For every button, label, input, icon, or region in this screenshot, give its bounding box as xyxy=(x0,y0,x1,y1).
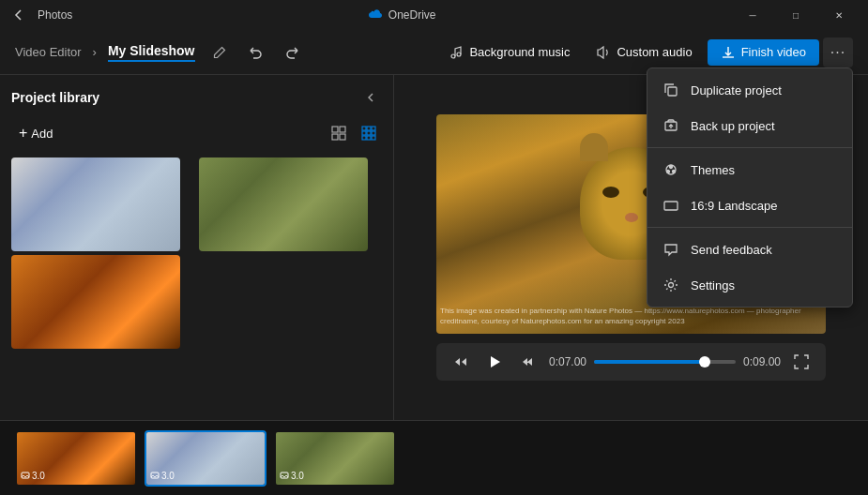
skip-forward-button[interactable] xyxy=(515,349,541,375)
music-icon xyxy=(449,45,464,60)
media-item-cubs[interactable] xyxy=(199,158,368,251)
svg-point-0 xyxy=(451,54,455,58)
current-time: 0:07.00 xyxy=(549,355,586,368)
timeline-label-1: 3.0 xyxy=(150,471,175,481)
progress-thumb xyxy=(699,356,710,368)
play-icon xyxy=(485,352,504,371)
maximize-button[interactable]: □ xyxy=(774,0,817,30)
svg-rect-10 xyxy=(367,131,371,135)
svg-rect-14 xyxy=(372,136,375,140)
timeline-item-2[interactable]: 3.0 xyxy=(274,430,396,487)
play-button[interactable] xyxy=(481,349,508,375)
menu-label-landscape: 16:9 Landscape xyxy=(691,199,778,213)
more-icon: ··· xyxy=(830,44,845,61)
timeline-item-1[interactable]: 3.0 xyxy=(145,430,266,487)
landscape-icon xyxy=(662,197,679,214)
grid-small-button[interactable] xyxy=(356,120,382,146)
grid-large-button[interactable] xyxy=(326,120,352,146)
feedback-icon xyxy=(662,241,679,258)
themes-icon xyxy=(662,161,679,178)
svg-rect-2 xyxy=(332,127,338,132)
onedrive-icon xyxy=(368,8,383,22)
library-toolbar: + Add xyxy=(11,120,382,146)
menu-label-duplicate: Duplicate project xyxy=(691,83,782,98)
fullscreen-icon xyxy=(794,354,809,369)
back-button[interactable] xyxy=(8,4,30,26)
svg-rect-7 xyxy=(367,127,371,130)
svg-rect-25 xyxy=(664,202,678,210)
library-header: Project library xyxy=(11,86,382,109)
grid-small-icon xyxy=(361,126,376,141)
backup-icon xyxy=(662,117,679,134)
media-grid xyxy=(11,158,382,349)
media-item-wolf[interactable] xyxy=(11,158,180,251)
svg-point-26 xyxy=(669,283,674,288)
grid-large-icon xyxy=(331,126,346,141)
redo-button[interactable] xyxy=(278,38,308,68)
rewind-button[interactable] xyxy=(448,349,474,375)
window-controls: ─ □ ✕ xyxy=(731,0,860,30)
duplicate-icon xyxy=(662,82,679,98)
rewind-icon xyxy=(453,354,468,369)
collapse-library-button[interactable] xyxy=(359,86,382,109)
video-controls: 0:07.00 0:09.00 xyxy=(436,343,826,381)
image-icon-2 xyxy=(280,471,289,480)
svg-rect-4 xyxy=(332,134,338,140)
export-icon xyxy=(721,45,736,60)
plus-icon: + xyxy=(19,125,27,142)
svg-point-23 xyxy=(667,171,670,173)
edit-project-name-button[interactable] xyxy=(206,39,233,66)
menu-item-backup[interactable]: Back up project xyxy=(647,108,852,143)
media-item-tiger[interactable] xyxy=(11,255,180,349)
menu-label-settings: Settings xyxy=(691,278,735,292)
undo-icon xyxy=(248,45,263,60)
progress-fill xyxy=(594,360,705,364)
skip-forward-icon xyxy=(521,354,536,369)
menu-item-settings[interactable]: Settings xyxy=(647,267,852,303)
title-bar-left: Photos xyxy=(8,4,72,26)
fullscreen-button[interactable] xyxy=(788,349,815,375)
timeline-item-0[interactable]: 3.0 xyxy=(15,430,137,487)
menu-item-themes[interactable]: Themes xyxy=(647,152,852,188)
minimize-button[interactable]: ─ xyxy=(731,0,774,30)
close-button[interactable]: ✕ xyxy=(817,0,860,30)
svg-point-24 xyxy=(673,171,676,173)
svg-rect-11 xyxy=(372,131,375,135)
svg-rect-12 xyxy=(362,136,366,140)
svg-rect-3 xyxy=(340,127,345,132)
progress-bar[interactable] xyxy=(594,360,736,364)
menu-divider-2 xyxy=(647,227,852,228)
menu-label-backup: Back up project xyxy=(691,119,775,133)
title-bar: Photos OneDrive ─ □ ✕ xyxy=(0,0,868,30)
menu-item-duplicate[interactable]: Duplicate project xyxy=(647,72,852,108)
collapse-icon xyxy=(363,90,378,105)
timeline-label-0: 3.0 xyxy=(21,471,45,481)
more-options-button[interactable]: ··· xyxy=(823,38,853,68)
edit-icon xyxy=(213,46,226,59)
svg-rect-5 xyxy=(340,134,345,140)
svg-rect-6 xyxy=(362,127,366,130)
video-caption: This image was created in partnership wi… xyxy=(440,307,822,326)
background-music-button[interactable]: Background music xyxy=(437,39,581,66)
svg-rect-13 xyxy=(367,136,371,140)
project-library: Project library + Add xyxy=(0,75,394,420)
view-toggle xyxy=(326,120,382,146)
total-time: 0:09.00 xyxy=(743,355,781,368)
menu-item-landscape[interactable]: 16:9 Landscape xyxy=(647,188,852,223)
onedrive-label: OneDrive xyxy=(388,8,436,22)
timeline: 3.0 3.0 3.0 xyxy=(0,420,868,495)
video-editor-link[interactable]: Video Editor xyxy=(15,45,82,59)
redo-icon xyxy=(285,45,300,60)
toolbar-actions: Background music Custom audio Finish vid… xyxy=(437,38,853,68)
menu-item-feedback[interactable]: Send feedback xyxy=(647,232,852,267)
timeline-label-2: 3.0 xyxy=(280,471,304,481)
undo-button[interactable] xyxy=(240,38,270,68)
toolbar-left: Video Editor › My Slideshow xyxy=(15,38,437,68)
settings-icon xyxy=(662,277,679,293)
project-name: My Slideshow xyxy=(108,43,195,62)
finish-video-button[interactable]: Finish video xyxy=(708,39,819,66)
image-icon-1 xyxy=(150,471,160,480)
custom-audio-button[interactable]: Custom audio xyxy=(585,39,703,66)
svg-point-22 xyxy=(670,166,673,169)
add-media-button[interactable]: + Add xyxy=(11,121,60,145)
